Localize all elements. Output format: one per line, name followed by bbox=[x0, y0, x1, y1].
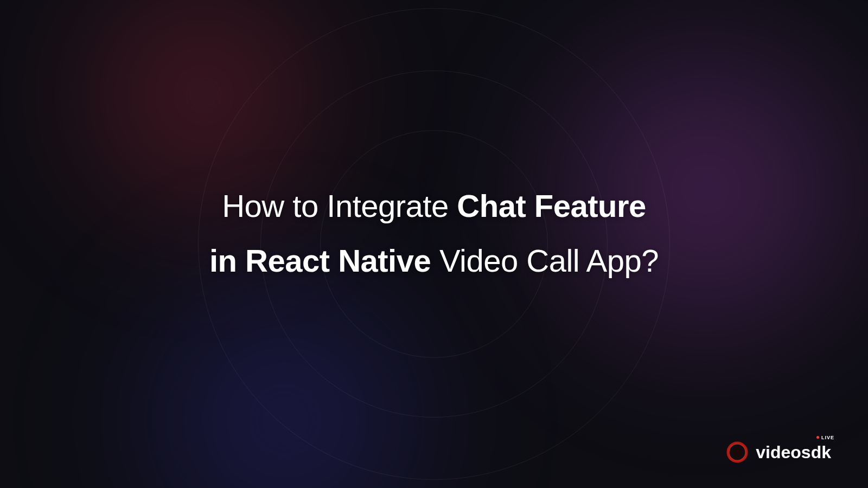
title-line1-bold: Chat Feature bbox=[457, 188, 646, 223]
live-dot-icon bbox=[816, 436, 819, 439]
brand-logo: LIVE videosdk bbox=[726, 441, 831, 463]
title-line1-prefix: How to Integrate bbox=[222, 188, 457, 223]
svg-point-1 bbox=[732, 447, 742, 457]
logo-icon bbox=[726, 441, 748, 463]
live-badge-text: LIVE bbox=[821, 435, 834, 440]
title-container: How to Integrate Chat Feature in React N… bbox=[0, 0, 868, 488]
title-line2-bold: in React Native bbox=[209, 243, 439, 278]
brand-name: videosdk bbox=[756, 442, 831, 462]
page-title: How to Integrate Chat Feature in React N… bbox=[209, 178, 659, 288]
hero-banner: How to Integrate Chat Feature in React N… bbox=[0, 0, 868, 488]
live-badge: LIVE bbox=[816, 435, 834, 440]
logo-text-wrap: LIVE videosdk bbox=[756, 442, 831, 463]
title-line2-suffix: Video Call App? bbox=[439, 243, 659, 278]
